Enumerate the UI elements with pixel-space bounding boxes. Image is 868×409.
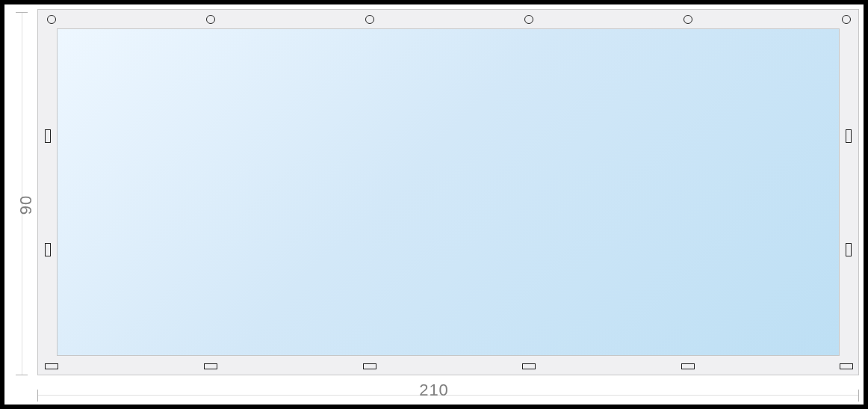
side-slot-icon [45,129,51,143]
slot-icon [681,363,695,369]
dim-height-tick-top [16,12,28,13]
dim-width-label: 210 [419,381,449,400]
hole-icon [206,15,215,24]
hole-icon [524,15,533,24]
panel-outer-frame [37,9,859,375]
hole-icon [365,15,374,24]
slot-icon [522,363,536,369]
dim-width-tick-right [858,390,859,402]
slot-icon [840,363,853,369]
side-slot-icon [846,243,852,256]
hole-icon [683,15,692,24]
side-slot-icon [45,243,51,256]
slot-icon [204,363,217,369]
dim-height-tick-bottom [16,375,28,375]
hole-icon [47,15,56,24]
hole-icon [842,15,851,24]
slot-icon [363,363,376,369]
slot-icon [45,363,58,369]
dim-height-guide [22,12,22,375]
side-slot-icon [846,129,852,143]
panel-glass-area [57,28,840,356]
dim-width-tick-left [37,390,38,402]
drawing-area: 90 210 [4,4,864,405]
dim-height-label: 90 [16,194,36,214]
